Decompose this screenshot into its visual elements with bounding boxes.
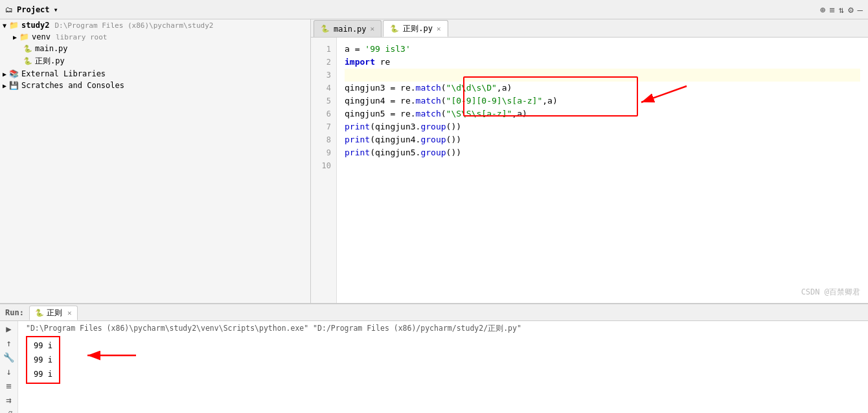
mainpy-label: main.py [35,44,68,53]
expand-arrow: ▼ [3,22,6,29]
dropdown-icon[interactable]: ▾ [54,5,58,14]
run-sidebar: ▶ ↑ 🔧 ↓ ≡ ⇉ 🖨 🗑 [0,321,18,413]
venv-sublabel: library root [56,33,107,41]
wrench-icon[interactable]: 🔧 [3,352,14,363]
toolbar-icons: ⊕ ≡ ⇅ ⚙ — [820,5,863,15]
bottom-panel: Run: 🐍 正则 ✕ ▶ ↑ 🔧 ↓ ≡ ⇉ 🖨 🗑 "D:\Program … [0,303,868,413]
print-icon[interactable]: 🖨 [5,409,14,413]
venv-label: venv [32,32,51,41]
scratches-icon: 💾 [9,81,19,90]
add-icon[interactable]: ⊕ [820,5,825,15]
code-line-8: print(qingjun4.group()) [345,133,860,146]
up-icon[interactable]: ↑ [6,338,11,348]
sidebar-item-mainpy[interactable]: 🐍 main.py [0,43,310,54]
code-line-10 [345,159,860,172]
code-line-5: qingjun4 = re.match("[0-9][0-9]\s[a-z]",… [345,95,860,107]
code-line-2: import re [345,56,860,69]
code-line-4: qingjun3 = re.match("\d\d\s\D",a) [345,82,860,95]
run-tab-icon: 🐍 [35,309,44,317]
editor-area: 🐍 main.py ✕ 🐍 正则.py ✕ 1 2 3 4 5 6 [311,19,868,303]
sidebar-item-zhengzepy[interactable]: 🐍 正则.py [0,54,310,68]
run-content: ▶ ↑ 🔧 ↓ ≡ ⇉ 🖨 🗑 "D:\Program Files (x86)\… [0,321,868,413]
tab-zhengzepy-close[interactable]: ✕ [437,25,441,33]
code-line-7: print(qingjun3.group()) [345,120,860,133]
tab-mainpy-close[interactable]: ✕ [371,25,375,33]
watermark: CSDN @百禁卿君 [801,287,860,298]
project-label: Project [17,5,50,14]
code-line-1: a = '99 isl3' [345,43,860,56]
code-line-3 [345,69,860,82]
sidebar: ▼ 📁 study2 D:\Program Files (x86)\pychar… [0,19,311,303]
minimize-icon[interactable]: — [858,5,863,15]
run-tab-label: 正则 [47,307,62,318]
zhengzepy-label: 正则.py [35,56,65,67]
gear-icon[interactable]: ⚙ [848,5,853,15]
run-tab-bar: Run: 🐍 正则 ✕ [0,304,868,321]
output-line-1: 99 i [34,339,52,353]
project-icon: 🗂 [5,5,13,14]
run-label: Run: [5,308,24,317]
output-line-2: 99 i [34,353,52,367]
tab-zhengzepy-label: 正则.py [403,23,433,34]
run-output: "D:\Program Files (x86)\pycharm\study2\v… [18,321,868,413]
sidebar-item-external[interactable]: ▶ 📚 External Libraries [0,68,310,80]
editor-content[interactable]: 1 2 3 4 5 6 7 8 9 10 a = '99 isl3' [311,38,868,303]
mainpy-icon: 🐍 [23,45,32,53]
tab-zhengzepy-icon: 🐍 [390,25,399,33]
output-box: 99 i 99 i 99 i [26,336,60,384]
align2-icon[interactable]: ⇉ [6,395,11,405]
down-icon[interactable]: ↓ [6,366,11,377]
code-line-9: print(qingjun5.group()) [345,146,860,159]
output-red-arrow-svg [84,342,149,381]
sidebar-item-venv[interactable]: ▶ 📁 venv library root [0,31,310,43]
run-tab-zhengze[interactable]: 🐍 正则 ✕ [29,306,78,320]
tab-bar: 🐍 main.py ✕ 🐍 正则.py ✕ [311,19,868,38]
scratches-label: Scratches and Consoles [21,81,124,90]
external-label: External Libraries [21,69,106,78]
tab-mainpy-icon: 🐍 [321,25,330,33]
study2-path: D:\Program Files (x86)\pycharm\study2 [54,21,213,30]
study2-label: study2 [21,21,49,30]
code-line-6: qingjun5 = re.match("\S\S\s[a-z]",a) [345,107,860,120]
list-icon[interactable]: ≡ [829,5,834,15]
tab-zhengzepy[interactable]: 🐍 正则.py ✕ [383,20,448,37]
zhengzepy-icon: 🐍 [23,57,32,65]
code-area[interactable]: a = '99 isl3' import re qingjun3 = re.ma… [337,38,868,303]
sidebar-item-study2[interactable]: ▼ 📁 study2 D:\Program Files (x86)\pychar… [0,19,310,31]
main-layout: ▼ 📁 study2 D:\Program Files (x86)\pychar… [0,19,868,303]
tab-mainpy-label: main.py [334,25,367,34]
sort-icon[interactable]: ⇅ [839,5,844,15]
sidebar-item-scratches[interactable]: ▶ 💾 Scratches and Consoles [0,80,310,91]
expand-arrow-scratch: ▶ [3,82,6,89]
output-container: 99 i 99 i 99 i [26,336,60,384]
run-cmd-line: "D:\Program Files (x86)\pycharm\study2\v… [26,324,860,333]
editor-container: 1 2 3 4 5 6 7 8 9 10 a = '99 isl3' [311,38,868,303]
play-icon[interactable]: ▶ [6,324,11,334]
folder-icon: 📁 [9,21,19,30]
expand-arrow-venv: ▶ [13,34,17,41]
library-icon: 📚 [9,69,19,78]
line-numbers: 1 2 3 4 5 6 7 8 9 10 [311,38,337,303]
venv-folder-icon: 📁 [19,32,29,41]
output-line-3: 99 i [34,367,52,381]
align-icon[interactable]: ≡ [6,381,11,391]
top-toolbar: 🗂 Project ▾ ⊕ ≡ ⇅ ⚙ — [0,0,868,19]
expand-arrow-ext: ▶ [3,71,6,78]
run-tab-close[interactable]: ✕ [67,309,72,317]
tab-mainpy[interactable]: 🐍 main.py ✕ [314,20,382,37]
